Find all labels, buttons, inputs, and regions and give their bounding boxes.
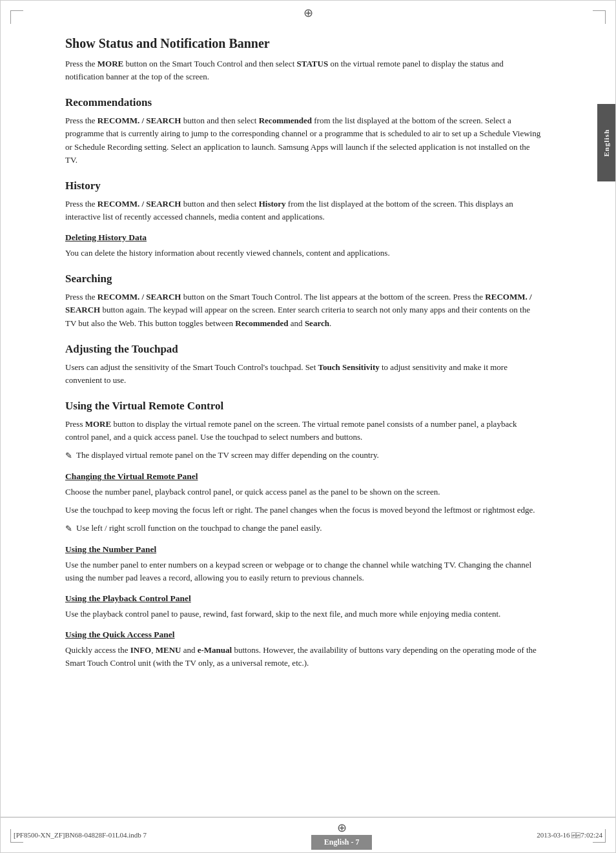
side-english-tab: English <box>597 104 615 181</box>
para-changing-panel-1: Choose the number panel, playback contro… <box>65 486 541 498</box>
note-text-1: The displayed virtual remote panel on th… <box>76 449 379 462</box>
para-number-panel: Use the number panel to enter numbers on… <box>65 559 541 584</box>
para-show-status: Press the MORE button on the Smart Touch… <box>65 57 541 83</box>
subsection-title-playback-panel: Using the Playback Control Panel <box>65 593 541 604</box>
subsection-title-changing-panel: Changing the Virtual Remote Panel <box>65 471 541 482</box>
section-title-virtual-remote: Using the Virtual Remote Control <box>65 400 541 413</box>
footer-center: ⊕ English - 7 <box>311 821 373 850</box>
footer-page-label: English - 7 <box>311 835 373 850</box>
section-title-searching: Searching <box>65 272 541 285</box>
corner-mark-tl <box>10 10 23 24</box>
reg-mark-top: ⊕ <box>303 6 313 20</box>
section-title-show-status: Show Status and Notification Banner <box>65 36 541 51</box>
footer-right-text: 2013-03-16 ⍯⍯7:02:24 <box>537 831 602 839</box>
para-playback-panel: Use the playback control panel to pause,… <box>65 608 541 621</box>
para-recommendations: Press the RECOMM. / SEARCH button and th… <box>65 114 541 167</box>
section-title-touchpad: Adjusting the Touchpad <box>65 343 541 356</box>
para-virtual-remote: Press MORE button to display the virtual… <box>65 418 541 444</box>
para-changing-panel-2: Use the touchpad to keep moving the focu… <box>65 504 541 517</box>
page-wrapper: ⊕ English Show Status and Notification B… <box>0 0 616 853</box>
section-title-history: History <box>65 180 541 192</box>
corner-mark-tr <box>593 10 606 24</box>
side-tab-label: English <box>602 129 610 156</box>
subsection-title-quick-access: Using the Quick Access Panel <box>65 630 541 640</box>
para-touchpad: Users can adjust the sensitivity of the … <box>65 361 541 387</box>
section-title-recommendations: Recommendations <box>65 96 541 109</box>
main-content: Show Status and Notification Banner Pres… <box>65 36 554 670</box>
para-history: Press the RECOMM. / SEARCH button and th… <box>65 198 541 223</box>
para-searching: Press the RECOMM. / SEARCH button on the… <box>65 291 541 329</box>
para-quick-access: Quickly access the INFO, MENU and e-Manu… <box>65 644 541 670</box>
subsection-title-deleting-history: Deleting History Data <box>65 232 541 243</box>
note-changing-panel: ✎ Use left / right scroll function on th… <box>65 522 541 535</box>
page-footer: [PF8500-XN_ZF]BN68-04828F-01L04.indb 7 ⊕… <box>1 817 615 852</box>
note-icon-1: ✎ <box>65 449 72 462</box>
para-deleting-history: You can delete the history information a… <box>65 247 541 260</box>
note-text-2: Use left / right scroll function on the … <box>76 522 322 535</box>
subsection-title-number-panel: Using the Number Panel <box>65 544 541 555</box>
footer-left-text: [PF8500-XN_ZF]BN68-04828F-01L04.indb 7 <box>14 831 147 839</box>
footer-reg-mark: ⊕ <box>337 821 347 835</box>
note-virtual-remote: ✎ The displayed virtual remote panel on … <box>65 449 541 462</box>
note-icon-2: ✎ <box>65 522 72 535</box>
